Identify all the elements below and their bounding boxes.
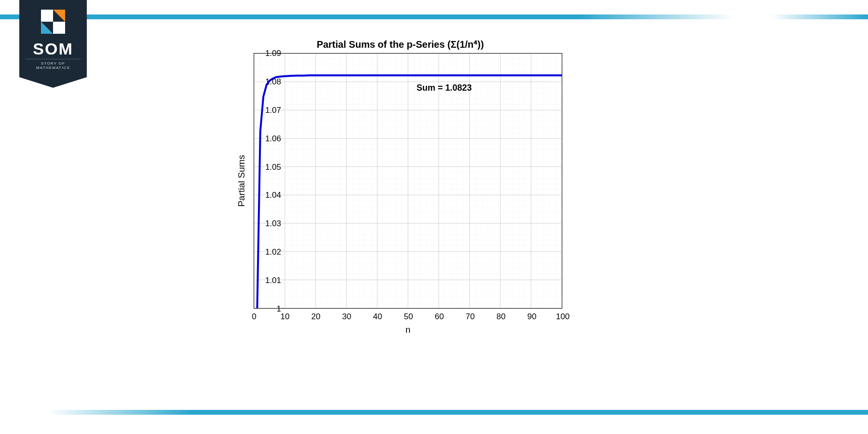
x-tick: 10 <box>281 312 290 322</box>
x-tick: 40 <box>373 312 382 322</box>
y-tick: 1.08 <box>265 77 281 87</box>
top-accent-bar <box>0 14 868 19</box>
chart-annotation: Sum = 1.0823 <box>417 83 472 93</box>
y-tick: 1.05 <box>265 163 281 172</box>
y-tick: 1.03 <box>265 219 281 229</box>
brand-badge: SOM STORY OF MATHEMATICS <box>19 0 87 77</box>
brand-tagline: STORY OF MATHEMATICS <box>25 59 81 70</box>
x-tick: 20 <box>312 312 321 322</box>
y-tick: 1.09 <box>265 49 281 58</box>
x-tick: 80 <box>497 312 506 322</box>
bar-fade-right <box>579 14 733 19</box>
y-tick-labels: 11.011.021.031.041.051.061.071.081.09 <box>250 54 284 308</box>
x-tick: 50 <box>404 312 413 322</box>
x-tick: 60 <box>435 312 444 322</box>
bar-bottom-solid <box>193 410 868 415</box>
bar-fade-left <box>772 14 868 19</box>
x-tick: 90 <box>528 312 537 322</box>
y-tick: 1.07 <box>265 106 281 115</box>
bottom-accent-bar <box>0 410 868 415</box>
x-tick: 0 <box>252 312 256 322</box>
brand-logo-icon <box>41 10 65 34</box>
plot-area: Sum = 1.0823 11.011.021.031.041.051.061.… <box>254 53 562 309</box>
x-tick-labels: 0102030405060708090100 <box>254 310 562 322</box>
y-tick: 1.04 <box>265 190 281 200</box>
x-axis-label: n <box>406 325 411 335</box>
chart: Partial Sums of the p-Series (Σ(1/n⁴)) S… <box>212 39 588 347</box>
x-tick: 30 <box>342 312 352 322</box>
y-tick: 1.06 <box>265 134 281 144</box>
x-tick: 70 <box>466 312 475 322</box>
y-tick: 1.01 <box>265 276 281 285</box>
y-tick: 1.02 <box>265 247 281 257</box>
bar-gap <box>733 14 772 19</box>
bar-solid <box>0 14 579 19</box>
y-axis-label: Partial Sums <box>236 155 247 207</box>
brand-name: SOM <box>19 40 87 58</box>
bar-bottom-fade <box>48 410 193 415</box>
x-tick: 100 <box>556 312 570 322</box>
plot-svg <box>254 54 562 308</box>
